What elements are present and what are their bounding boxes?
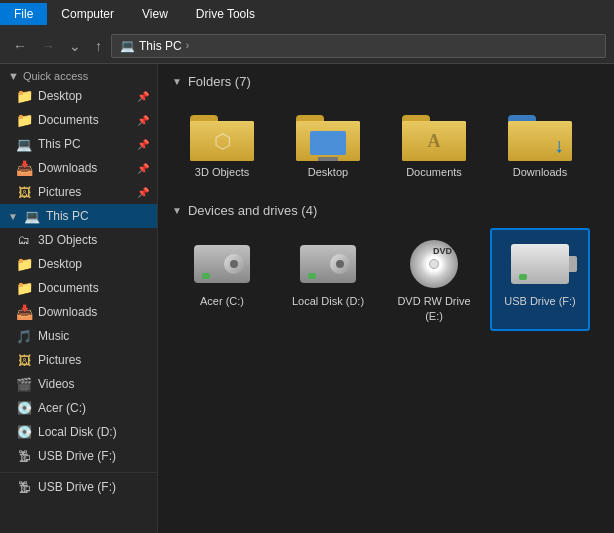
sidebar-label-3dobjects: 3D Objects — [38, 233, 97, 247]
sidebar-item-pictures2[interactable]: 🖼 Pictures — [0, 348, 157, 372]
sidebar-item-localdisk[interactable]: 💽 Local Disk (D:) — [0, 420, 157, 444]
drive-localdisk-icon — [296, 238, 360, 290]
drive-acer[interactable]: Acer (C:) — [172, 228, 272, 331]
pin-icon: 📌 — [137, 163, 149, 174]
sidebar-item-desktop[interactable]: 📁 Desktop 📌 — [0, 84, 157, 108]
3dobjects-icon: 🗂 — [16, 232, 32, 248]
folder-downloads-label: Downloads — [513, 165, 567, 179]
sidebar-item-thispc2[interactable]: ▼ 💻 This PC — [0, 204, 157, 228]
videos-icon: 🎬 — [16, 376, 32, 392]
up-button[interactable]: ↑ — [90, 36, 107, 56]
folder-desktop-icon — [296, 109, 360, 161]
sidebar-label-desktop2: Desktop — [38, 257, 82, 271]
folder-documents[interactable]: Documents — [384, 99, 484, 187]
sidebar-item-thispc[interactable]: 💻 This PC 📌 — [0, 132, 157, 156]
drives-chevron: ▼ — [172, 205, 182, 216]
pc-icon2: 💻 — [24, 208, 40, 224]
menu-drivetools[interactable]: Drive Tools — [182, 3, 269, 25]
sidebar-item-pictures[interactable]: 🖼 Pictures 📌 — [0, 180, 157, 204]
menu-file[interactable]: File — [0, 3, 47, 25]
drive-icon-acer: 💽 — [16, 400, 32, 416]
sidebar-label-usbdrive: USB Drive (F:) — [38, 449, 116, 463]
drive-localdisk-label: Local Disk (D:) — [292, 294, 364, 308]
sidebar-item-downloads[interactable]: 📥 Downloads 📌 — [0, 156, 157, 180]
sidebar-label-videos: Videos — [38, 377, 74, 391]
download-icon2: 📥 — [16, 304, 32, 320]
sidebar-label-localdisk: Local Disk (D:) — [38, 425, 117, 439]
drive-dvd[interactable]: DVD RW Drive (E:) — [384, 228, 484, 331]
folder-documents-label: Documents — [406, 165, 462, 179]
sidebar-label-pictures2: Pictures — [38, 353, 81, 367]
drive-acer-label: Acer (C:) — [200, 294, 244, 308]
pin-icon: 📌 — [137, 115, 149, 126]
drive-usb[interactable]: USB Drive (F:) — [490, 228, 590, 331]
sidebar-item-videos[interactable]: 🎬 Videos — [0, 372, 157, 396]
drives-header-label: Devices and drives (4) — [188, 203, 317, 218]
sidebar-item-documents2[interactable]: 📁 Documents — [0, 276, 157, 300]
sidebar-item-usbdrive[interactable]: 🗜 USB Drive (F:) — [0, 444, 157, 468]
sidebar-label-acer: Acer (C:) — [38, 401, 86, 415]
drive-usb-icon — [508, 238, 572, 290]
drive-localdisk[interactable]: Local Disk (D:) — [278, 228, 378, 331]
sidebar-item-music[interactable]: 🎵 Music — [0, 324, 157, 348]
sidebar-item-desktop2[interactable]: 📁 Desktop — [0, 252, 157, 276]
pc-icon: 💻 — [16, 136, 32, 152]
sidebar-label-desktop: Desktop — [38, 89, 82, 103]
folder-icon: 📁 — [16, 88, 32, 104]
address-path: This PC — [139, 39, 182, 53]
sidebar-item-acer[interactable]: 💽 Acer (C:) — [0, 396, 157, 420]
drive-icon-local: 💽 — [16, 424, 32, 440]
folders-header-label: Folders (7) — [188, 74, 251, 89]
sidebar-item-3dobjects[interactable]: 🗂 3D Objects — [0, 228, 157, 252]
folder-3dobjects[interactable]: ⬡ 3D Objects — [172, 99, 272, 187]
folder-desktop[interactable]: Desktop — [278, 99, 378, 187]
sidebar-item-documents[interactable]: 📁 Documents 📌 — [0, 108, 157, 132]
main-layout: ▼ Quick access 📁 Desktop 📌 📁 Documents 📌… — [0, 64, 614, 533]
drive-acer-icon — [190, 238, 254, 290]
folder-3dobjects-icon: ⬡ — [190, 109, 254, 161]
sidebar-item-usbdrive2[interactable]: 🗜 USB Drive (F:) — [0, 472, 157, 499]
recent-locations-button[interactable]: ⌄ — [64, 36, 86, 56]
drives-grid: Acer (C:) Local Disk (D:) — [172, 228, 600, 331]
content-area: ▼ Folders (7) ⬡ 3D Objects — [158, 64, 614, 533]
quickaccess-chevron: ▼ — [8, 70, 19, 82]
sidebar-label-music: Music — [38, 329, 69, 343]
quickaccess-label: Quick access — [23, 70, 88, 82]
pin-icon: 📌 — [137, 91, 149, 102]
sidebar-item-downloads2[interactable]: 📥 Downloads — [0, 300, 157, 324]
menu-view[interactable]: View — [128, 3, 182, 25]
folder-documents-icon — [402, 109, 466, 161]
folder-downloads-icon: ↓ — [508, 109, 572, 161]
folder-downloads[interactable]: ↓ Downloads — [490, 99, 590, 187]
sidebar-label-usbdrive2: USB Drive (F:) — [38, 480, 116, 494]
folder-icon3: 📁 — [16, 280, 32, 296]
folder-icon: 📁 — [16, 112, 32, 128]
forward-button[interactable]: → — [36, 36, 60, 56]
sidebar-label-thispc2: This PC — [46, 209, 89, 223]
sidebar-label-documents: Documents — [38, 113, 99, 127]
sidebar-label-pictures: Pictures — [38, 185, 81, 199]
drive-dvd-label: DVD RW Drive (E:) — [392, 294, 476, 323]
sidebar-label-thispc: This PC — [38, 137, 81, 151]
menu-computer[interactable]: Computer — [47, 3, 128, 25]
folder-3dobjects-label: 3D Objects — [195, 165, 249, 179]
usb-icon-bottom: 🗜 — [16, 479, 32, 495]
thispc-chevron: ▼ — [8, 211, 18, 222]
sidebar-label-downloads: Downloads — [38, 161, 97, 175]
pin-icon: 📌 — [137, 187, 149, 198]
drive-dvd-icon — [402, 238, 466, 290]
menu-bar: File Computer View Drive Tools — [0, 0, 614, 28]
sidebar-label-downloads2: Downloads — [38, 305, 97, 319]
download-folder-icon: 📥 — [16, 160, 32, 176]
quickaccess-header: ▼ Quick access — [0, 64, 157, 84]
folders-section-header: ▼ Folders (7) — [172, 74, 600, 89]
back-button[interactable]: ← — [8, 36, 32, 56]
address-arrow: › — [186, 40, 189, 51]
pictures-icon: 🖼 — [16, 184, 32, 200]
drives-section-header: ▼ Devices and drives (4) — [172, 203, 600, 218]
address-box[interactable]: 💻 This PC › — [111, 34, 606, 58]
pin-icon: 📌 — [137, 139, 149, 150]
drive-usb-label: USB Drive (F:) — [504, 294, 576, 308]
pictures-icon2: 🖼 — [16, 352, 32, 368]
download-arrow: ↓ — [554, 134, 564, 157]
